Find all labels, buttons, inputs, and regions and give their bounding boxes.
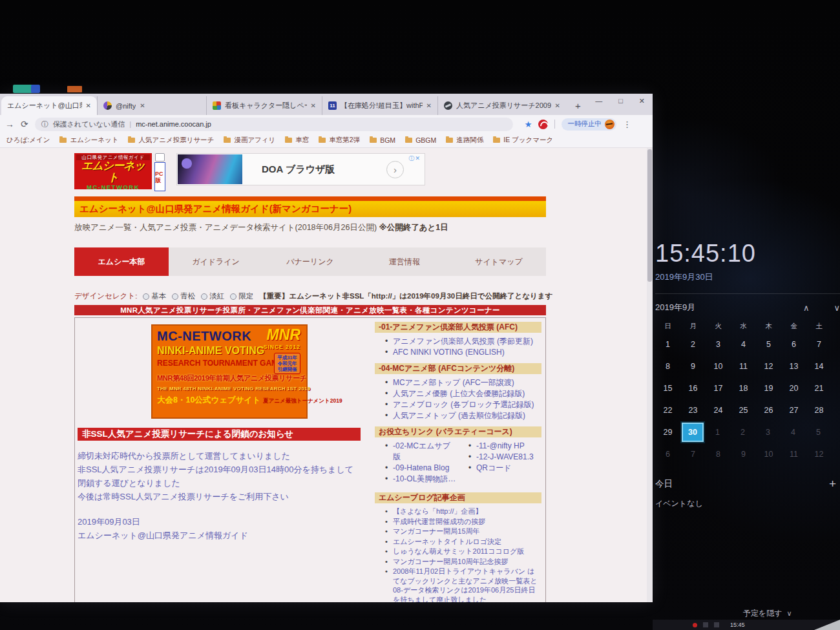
- chevron-up-icon[interactable]: ∧: [803, 303, 810, 313]
- clock-date-link[interactable]: 2019年9月30日: [655, 271, 840, 283]
- taskbar-icon[interactable]: [703, 622, 708, 627]
- scrollbar[interactable]: [647, 148, 653, 602]
- calendar-day[interactable]: 15: [655, 377, 680, 399]
- ad-info-close-icons[interactable]: ⓘ✕: [408, 154, 421, 163]
- calendar-day[interactable]: 25: [731, 399, 756, 421]
- calendar-day[interactable]: 10: [756, 443, 781, 465]
- taskbar-clock[interactable]: 15:45: [730, 622, 745, 628]
- calendar-day[interactable]: 11: [731, 355, 756, 377]
- link-item[interactable]: 人気アニメトップ (過去順位制記録版): [393, 410, 541, 421]
- site-info-icon[interactable]: ⓘ: [41, 120, 48, 129]
- link-item[interactable]: アニメブロック (各ブロック予選記録版): [393, 399, 541, 410]
- tab-close-icon[interactable]: ✕: [140, 102, 145, 109]
- hide-agenda-button[interactable]: 予定を隠す ∨: [743, 608, 792, 619]
- bookmark-item[interactable]: 進路関係: [446, 136, 483, 145]
- calendar-day[interactable]: 17: [706, 377, 731, 399]
- calendar-day[interactable]: 13: [781, 355, 806, 377]
- calendar-day[interactable]: 4: [731, 333, 756, 355]
- bookmark-item[interactable]: 人気アニメ投票リサーチ: [128, 136, 214, 145]
- chevron-down-icon[interactable]: ∨: [834, 303, 840, 313]
- calendar-day[interactable]: 6: [781, 333, 806, 355]
- tab-zaiko[interactable]: 11 【在庫処分!超目玉】withPer ✕: [322, 96, 437, 115]
- taskbar-notification-icon[interactable]: [693, 623, 697, 627]
- calendar-day[interactable]: 7: [680, 443, 706, 465]
- calendar-day[interactable]: 21: [806, 377, 832, 399]
- link-item[interactable]: -10-OL美脚物語…: [393, 474, 458, 485]
- calendar-day[interactable]: 9: [680, 355, 706, 377]
- calendar-day[interactable]: 1: [705, 421, 730, 443]
- add-event-icon[interactable]: +: [829, 477, 836, 491]
- menu-dots-icon[interactable]: ⋮: [623, 120, 631, 129]
- calendar-day[interactable]: 5: [756, 333, 781, 355]
- ad-banner[interactable]: DOA ブラウザ版 › ⓘ✕: [176, 153, 425, 185]
- design-radio[interactable]: 基本: [143, 291, 166, 301]
- nav-tab[interactable]: ガイドライン: [169, 247, 263, 276]
- link-item[interactable]: 人気アニメ優勝 (上位大会優勝記録版): [393, 388, 541, 399]
- calendar-day[interactable]: 3: [706, 333, 731, 355]
- calendar-day[interactable]: 24: [706, 399, 731, 421]
- design-radio[interactable]: 青松: [172, 291, 195, 301]
- calendar-day[interactable]: 23: [680, 399, 706, 421]
- pc-tab-label[interactable]: PC版: [154, 162, 165, 191]
- bookmark-item[interactable]: 車窓第2弾: [319, 136, 360, 145]
- calendar-day[interactable]: 5: [806, 421, 831, 443]
- link-item[interactable]: エムシーネットタイトルロゴ決定: [393, 537, 541, 547]
- nav-tab[interactable]: 運営情報: [357, 247, 452, 276]
- bookmark-item[interactable]: ひろば:メイン: [6, 136, 50, 145]
- link-item[interactable]: AFC NINKI VOTING (ENGLISH): [393, 347, 541, 358]
- link-item[interactable]: -12-J-WAVE81.3: [476, 452, 541, 463]
- pc-version-tab[interactable]: PC版: [154, 153, 165, 191]
- link-item[interactable]: -11-@nifty HP: [476, 441, 541, 452]
- bookmark-item[interactable]: BGM: [370, 136, 395, 144]
- nav-tab[interactable]: エムシー本部: [74, 247, 169, 276]
- calendar-day[interactable]: 12: [806, 443, 832, 465]
- link-item[interactable]: しゅうなん萌えサミット2011ココログ版: [393, 547, 541, 556]
- link-item[interactable]: -09-Hatena Blog: [393, 463, 458, 474]
- calendar-day[interactable]: 10: [706, 355, 731, 377]
- tab-kanban[interactable]: 看板キャラクター隠しページ | 看 ✕: [206, 96, 322, 115]
- bookmark-item[interactable]: IE ブックマーク: [493, 136, 553, 145]
- calendar-day[interactable]: 2: [680, 333, 706, 355]
- calendar-day[interactable]: 22: [655, 399, 680, 421]
- today-label[interactable]: 今日: [655, 478, 673, 490]
- minimize-button[interactable]: —: [595, 97, 602, 105]
- link-item[interactable]: 【さよなら「http://」企画】: [393, 507, 541, 516]
- calendar-day[interactable]: 1: [655, 333, 680, 355]
- scrollbar-thumb[interactable]: [647, 149, 652, 282]
- calendar-day[interactable]: 16: [680, 377, 706, 399]
- sync-paused-badge[interactable]: 一時停止中: [562, 118, 616, 131]
- link-item[interactable]: 2008年11月02日トライアウトキャラバン はてなブックリンクと主なアニメ放映…: [393, 567, 541, 602]
- link-item[interactable]: アニメファン倶楽部人気投票 (季節更新): [393, 336, 541, 347]
- bookmark-item[interactable]: 車窓: [285, 136, 309, 145]
- calendar-day[interactable]: 2: [730, 421, 755, 443]
- calendar-day[interactable]: 14: [806, 355, 832, 377]
- design-radio[interactable]: 限定: [230, 291, 253, 301]
- link-item[interactable]: マンガコーナー開局10周年記念挨拶: [393, 557, 541, 567]
- forward-icon[interactable]: →: [5, 119, 14, 129]
- tab-close-icon[interactable]: ✕: [555, 102, 560, 109]
- ad-arrow-icon[interactable]: ›: [386, 161, 404, 178]
- address-bar[interactable]: ⓘ 保護されていない通信 | mc-net.anime.coocan.jp: [35, 118, 513, 131]
- bookmark-item[interactable]: 漫画アフィリ: [224, 136, 275, 145]
- calendar-day[interactable]: 28: [806, 399, 832, 421]
- calendar-day[interactable]: 12: [756, 355, 781, 377]
- link-item[interactable]: QRコード: [476, 463, 541, 474]
- calendar-day[interactable]: 11: [781, 443, 806, 465]
- nav-tab[interactable]: サイトマップ: [452, 247, 546, 276]
- calendar-day[interactable]: 19: [756, 377, 781, 399]
- maximize-button[interactable]: □: [618, 97, 623, 105]
- link-item[interactable]: -02-MCエムサブ版: [393, 441, 458, 463]
- calendar-day[interactable]: 29: [655, 421, 680, 443]
- bookmark-item[interactable]: エムシーネット: [59, 136, 118, 145]
- link-item[interactable]: MCアニメ部トップ (AFC一部譲渡): [393, 377, 541, 388]
- taskbar-icon[interactable]: [714, 622, 719, 627]
- calendar-day[interactable]: 20: [781, 377, 806, 399]
- calendar-day[interactable]: 30: [682, 423, 704, 442]
- calendar-day[interactable]: 8: [706, 443, 731, 465]
- nav-tab[interactable]: バナーリンク: [263, 247, 357, 276]
- calendar-day[interactable]: 18: [731, 377, 756, 399]
- tab-close-icon[interactable]: ✕: [426, 102, 432, 109]
- bookmark-item[interactable]: GBGM: [405, 136, 436, 144]
- tab-mcnet[interactable]: エムシーネット@山口県発アニ ✕: [1, 96, 97, 115]
- reload-icon[interactable]: ⟳: [21, 119, 28, 129]
